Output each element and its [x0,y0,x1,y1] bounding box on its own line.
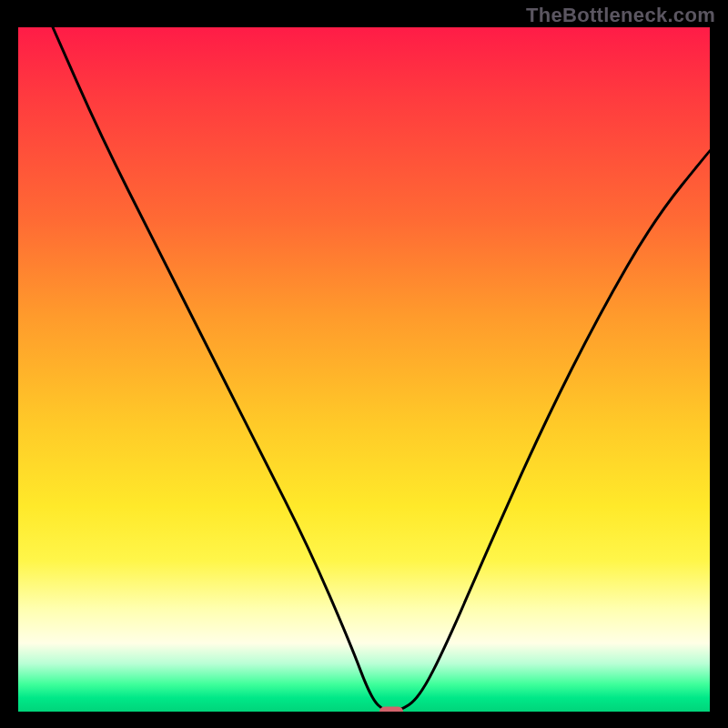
optimal-marker [379,707,403,713]
plot-area [18,27,710,712]
bottleneck-curve [18,27,710,712]
chart-frame: TheBottleneck.com [0,0,728,728]
watermark-text: TheBottleneck.com [526,4,715,27]
